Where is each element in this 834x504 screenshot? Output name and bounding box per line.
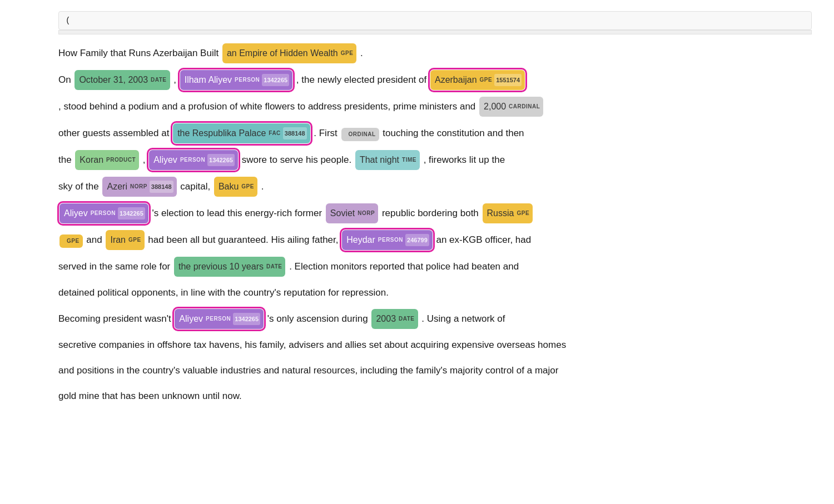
text-segment: . First (311, 128, 340, 138)
entity-text: Koran (80, 151, 103, 169)
entity-id: 1342265 (262, 74, 289, 86)
text-segment: , (140, 154, 148, 165)
entity-gpe: an Empire of Hidden WealthGPE (222, 43, 356, 63)
text-segment: swore to serve his people. (239, 154, 354, 165)
paragraph: , stood behind a podium and a profusion … (58, 97, 812, 117)
text-segment: , stood behind a podium and a profusion … (58, 101, 478, 112)
text-segment: . (358, 48, 363, 58)
paragraph: Becoming president wasn't AliyevPERSON13… (58, 309, 812, 329)
text-segment: other guests assembled at (58, 128, 172, 138)
entity-type-label: FAC (269, 128, 281, 139)
entity-type-label: DATE (399, 313, 414, 325)
text-segment: secretive companies in offshore tax have… (58, 340, 566, 350)
entity-type-label: GPE (517, 208, 529, 219)
entity-text: Azerbaijan (435, 71, 477, 89)
cell-label (22, 11, 53, 13)
text-segment: , (171, 74, 179, 85)
entity-type-label: PERSON (91, 208, 116, 219)
text-segment: and positions in the country's valuable … (58, 365, 558, 376)
entity-type-label: NORP (130, 181, 147, 192)
text-segment: , fireworks lit up the (421, 154, 505, 165)
paragraph: sky of the AzeriNORP388148 capital, Baku… (58, 177, 812, 197)
entity-text: That night (360, 151, 399, 169)
text-segment: had been all but guaranteed. His ailing … (146, 234, 341, 245)
entity-text: an Empire of Hidden Wealth (227, 44, 338, 62)
entity-type-label: GPE (128, 234, 141, 246)
entity-type-label: ORDINAL (349, 129, 376, 140)
cell-output: How Family that Runs Azerbaijan Built an… (58, 43, 812, 406)
entity-text: 2003 (376, 310, 396, 328)
text-segment: sky of the (58, 181, 101, 192)
entity-time: That nightTIME (355, 150, 420, 170)
text-segment: detained political opponents, in line wi… (58, 287, 389, 298)
entity-norp: AzeriNORP388148 (102, 177, 176, 197)
entity-ordinal: ORDINAL (341, 128, 379, 141)
entity-gpe: BakuGPE (214, 177, 257, 197)
text-segment: capital, (178, 181, 213, 192)
entity-text: Azeri (107, 178, 127, 196)
text-segment: 's election to lead this energy-rich for… (150, 208, 325, 218)
text-segment: On (58, 74, 73, 85)
entity-id: 388148 (150, 181, 173, 193)
entity-type-label: NORP (358, 208, 375, 219)
paragraph: other guests assembled at the Respublika… (58, 123, 812, 143)
entity-fac: the Respublika PalaceFAC388148 (173, 123, 310, 143)
text-segment: , the newly elected president of (294, 74, 429, 85)
text-segment: and (84, 234, 105, 245)
entity-date: October 31, 2003DATE (75, 70, 170, 90)
entity-gpe: GPE (59, 234, 83, 248)
entity-text: Aliyev (153, 151, 177, 169)
notebook-cell: ( How Family that Runs Azerbaijan Built … (22, 11, 812, 406)
entity-text: Baku (219, 178, 239, 196)
entity-id: 1342265 (207, 154, 235, 166)
entity-type-label: GPE (341, 48, 354, 59)
paragraph: AliyevPERSON1342265 's election to lead … (58, 203, 812, 223)
entity-id: 388148 (283, 127, 307, 139)
paragraph: gold mine that has been unknown until no… (58, 387, 812, 406)
entity-product: KoranPRODUCT (75, 150, 139, 170)
paragraph: served in the same role for the previous… (58, 257, 812, 277)
entity-type-label: GPE (67, 236, 80, 247)
entity-type-label: PERSON (180, 154, 205, 166)
text-segment: the (58, 154, 74, 165)
entity-text: Russia (487, 204, 514, 222)
text-segment: touching the constitution and then (380, 128, 524, 138)
entity-text: Soviet (330, 204, 355, 222)
entity-text: Aliyev (179, 310, 203, 328)
entity-id: 246799 (405, 234, 429, 246)
text-segment: . (259, 181, 264, 192)
paragraph: detained political opponents, in line wi… (58, 283, 812, 302)
cell-code[interactable]: ( (58, 11, 812, 30)
entity-text: 2,000 (484, 98, 506, 116)
entity-text: the Respublika Palace (177, 124, 266, 142)
entity-type-label: CARDINAL (509, 101, 540, 112)
entity-id: 1342265 (118, 207, 145, 219)
text-segment: Becoming president wasn't (58, 313, 173, 324)
text-segment: . Election monitors reported that police… (286, 261, 519, 272)
text-segment: 's only ascension during (265, 313, 370, 324)
entity-id: 1342265 (233, 313, 260, 325)
entity-type-label: PRODUCT (106, 154, 136, 166)
entity-text: October 31, 2003 (79, 71, 148, 89)
entity-type-label: PERSON (378, 234, 403, 246)
entity-type-label: GPE (480, 74, 493, 86)
text-segment: republic bordering both (379, 208, 481, 218)
entity-type-label: PERSON (235, 74, 260, 86)
entity-gpe: AzerbaijanGPE1551574 (430, 70, 525, 90)
entity-id: 1551574 (494, 74, 522, 86)
entity-text: Heydar (346, 231, 375, 249)
entity-person: AliyevPERSON1342265 (59, 203, 148, 223)
paragraph: and positions in the country's valuable … (58, 361, 812, 380)
entity-type-label: DATE (151, 74, 166, 86)
entity-text: Aliyev (64, 204, 88, 222)
entity-cardinal: 2,000CARDINAL (479, 97, 543, 117)
text-segment: served in the same role for (58, 261, 173, 272)
entity-person: AliyevPERSON1342265 (175, 309, 264, 329)
paragraph: On October 31, 2003DATE , Ilham AliyevPE… (58, 70, 812, 90)
entity-text: Ilham Aliyev (185, 71, 232, 89)
entity-text: Iran (110, 231, 126, 249)
paragraph: GPE and IranGPE had been all but guarant… (58, 230, 812, 250)
entity-person: HeydarPERSON246799 (342, 230, 433, 250)
entity-gpe: IranGPE (106, 230, 144, 250)
paragraph: secretive companies in offshore tax have… (58, 336, 812, 355)
